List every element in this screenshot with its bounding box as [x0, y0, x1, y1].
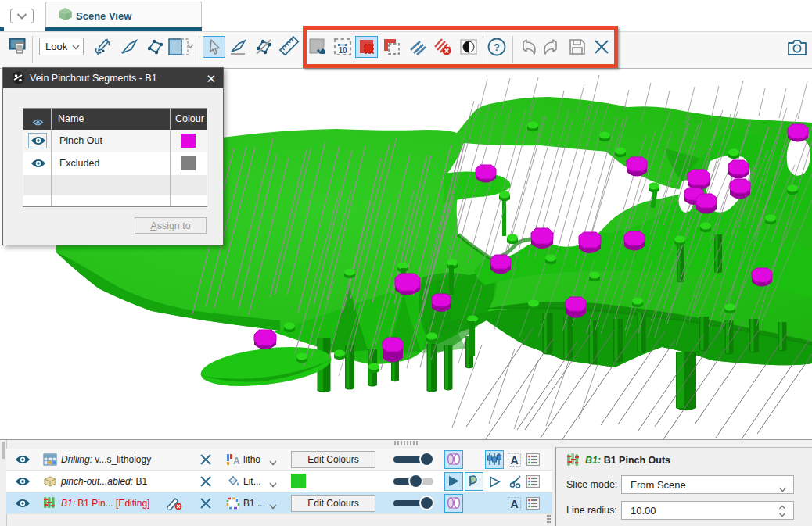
svg-text:A: A	[233, 456, 240, 466]
svg-text:A: A	[510, 454, 518, 467]
svg-text:A: A	[510, 498, 518, 510]
